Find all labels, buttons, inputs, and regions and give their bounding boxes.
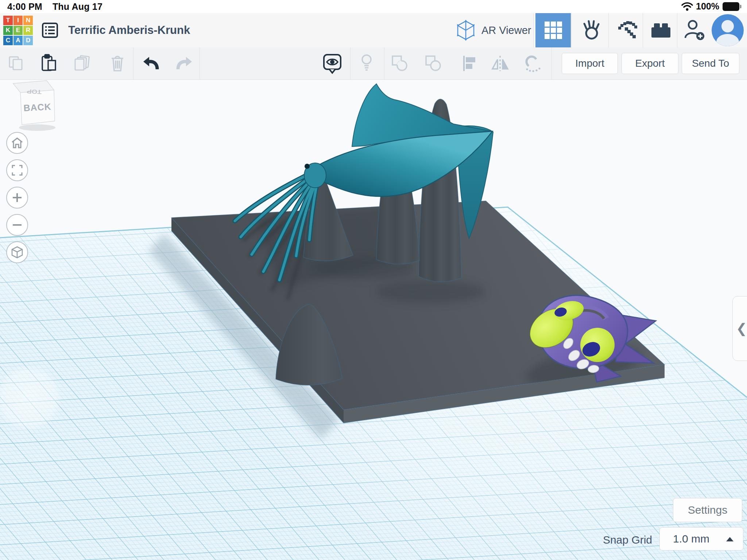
ar-cube-icon	[455, 19, 476, 42]
brick-button[interactable]	[646, 13, 676, 47]
export-button[interactable]: Export	[622, 53, 678, 74]
add-user-button[interactable]	[680, 13, 709, 47]
avatar-silhouette	[721, 20, 734, 32]
tips-button[interactable]	[356, 47, 377, 79]
delete-button[interactable]	[107, 47, 128, 79]
status-bar: 4:00 PMThu Aug 17 100%	[0, 0, 747, 13]
copy-button[interactable]	[6, 47, 26, 79]
hand-tool-button[interactable]	[576, 13, 607, 47]
zoom-out-button[interactable]	[6, 214, 28, 236]
lego-brick-icon	[650, 21, 671, 40]
battery-percent: 100%	[696, 1, 719, 12]
show-all-button[interactable]	[320, 47, 344, 79]
avatar[interactable]	[712, 14, 744, 46]
status-time: 4:00 PM	[7, 1, 42, 12]
ar-viewer-button[interactable]: AR Viewer	[455, 13, 531, 47]
logo-cell: E	[13, 26, 23, 35]
fit-view-button[interactable]	[6, 159, 28, 181]
tinkercad-logo[interactable]: T I N K E R C A D	[3, 16, 33, 45]
edit-toolbar: Import Export Send To	[0, 47, 747, 80]
logo-cell: A	[13, 36, 23, 45]
logo-cell: I	[13, 16, 23, 25]
hand-icon	[581, 19, 602, 41]
blocks-view-button[interactable]	[535, 13, 571, 47]
ungroup-button[interactable]	[422, 47, 444, 79]
design-title[interactable]: Terrific Amberis-Krunk	[68, 13, 190, 47]
paste-button[interactable]	[39, 47, 59, 79]
status-date: Thu Aug 17	[53, 1, 102, 12]
logo-cell: R	[23, 26, 33, 35]
grid-icon	[544, 21, 563, 40]
canvas-overlays: ❮ Settings Snap Grid 1.0 mm	[0, 79, 747, 560]
redo-button[interactable]	[174, 47, 195, 79]
send-to-button[interactable]: Send To	[682, 53, 739, 74]
dropdown-arrow-icon	[726, 537, 734, 541]
settings-button[interactable]: Settings	[673, 498, 742, 522]
snap-button[interactable]	[521, 47, 545, 79]
home-view-button[interactable]	[6, 132, 28, 154]
zoom-in-button[interactable]	[6, 187, 28, 209]
minecraft-button[interactable]	[612, 13, 643, 47]
undo-button[interactable]	[140, 47, 161, 79]
logo-cell: K	[3, 26, 13, 35]
snap-grid-label: Snap Grid	[569, 529, 652, 551]
battery-icon	[722, 2, 742, 11]
panel-collapse-handle[interactable]: ❮	[732, 296, 747, 361]
design-list-icon[interactable]	[42, 22, 58, 40]
perspective-button[interactable]	[6, 241, 28, 263]
snap-grid-dropdown[interactable]: 1.0 mm	[659, 527, 743, 551]
logo-cell: D	[23, 36, 33, 45]
mirror-button[interactable]	[489, 47, 511, 79]
logo-cell: C	[3, 36, 13, 45]
pickaxe-icon	[617, 19, 639, 41]
group-button[interactable]	[389, 47, 411, 79]
app-header: T I N K E R C A D Terrific Amberis-Krunk	[0, 13, 747, 48]
duplicate-button[interactable]	[72, 47, 92, 79]
logo-cell: N	[23, 16, 33, 25]
chevron-left-icon: ❮	[736, 321, 747, 336]
align-button[interactable]	[459, 47, 481, 79]
logo-cell: T	[3, 16, 13, 25]
snap-grid-value: 1.0 mm	[673, 533, 709, 545]
import-button[interactable]: Import	[562, 53, 618, 74]
person-add-icon	[683, 19, 706, 42]
wifi-icon	[681, 2, 693, 11]
